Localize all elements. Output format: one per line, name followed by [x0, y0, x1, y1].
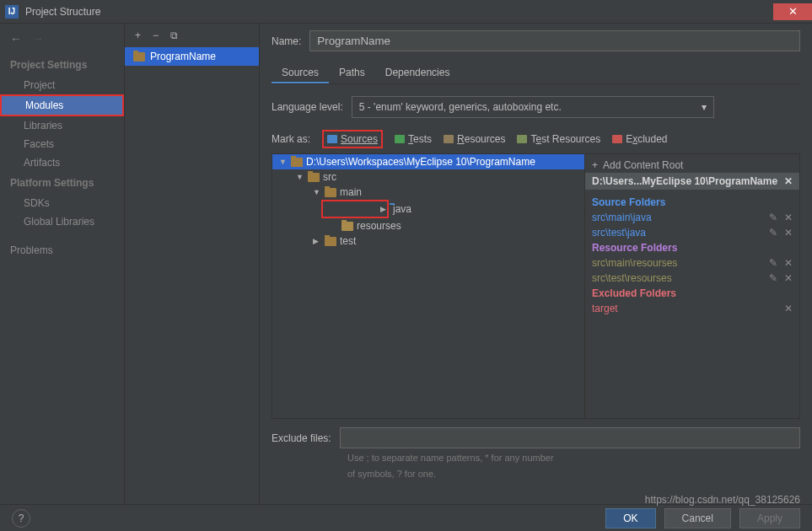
- content-roots-panel: + Add Content Root D:\Users...MyEclipse …: [584, 154, 799, 418]
- resource-folders-title: Resource Folders: [585, 240, 799, 255]
- settings-sidebar: ← → Project Settings Project Modules Lib…: [0, 24, 125, 504]
- copy-module-icon[interactable]: ⧉: [170, 30, 178, 41]
- edit-icon[interactable]: ✎: [769, 227, 777, 239]
- tree-root[interactable]: ▼ D:\Users\Workspaces\MyEclipse 10\Progr…: [272, 154, 584, 169]
- testres-swatch-icon: [517, 135, 527, 143]
- chevron-down-icon: ▾: [702, 101, 707, 113]
- name-input[interactable]: [309, 30, 800, 51]
- mark-as-row: Mark as: Sources Tests Resources Test Re…: [272, 130, 800, 148]
- tests-swatch-icon: [395, 135, 405, 143]
- edit-icon[interactable]: ✎: [769, 272, 777, 284]
- module-entry[interactable]: ProgramName: [125, 47, 259, 66]
- resource-folder-path: src\test\resourses: [592, 272, 672, 284]
- back-arrow-icon[interactable]: ←: [10, 32, 22, 46]
- source-folder-item[interactable]: src\main\java ✎✕: [585, 210, 799, 225]
- exclude-hint-2: of symbols, ? for one.: [272, 464, 800, 480]
- exclude-hint-1: Use ; to separate name patterns, * for a…: [272, 448, 800, 464]
- content-root-path-label: D:\Users...MyEclipse 10\ProgramName: [592, 175, 777, 187]
- remove-icon[interactable]: ✕: [784, 272, 793, 284]
- language-level-label: Language level:: [272, 101, 343, 113]
- content-tabs: Sources Paths Dependencies: [272, 63, 800, 84]
- add-module-icon[interactable]: +: [135, 30, 141, 41]
- mark-tests[interactable]: Tests: [395, 133, 432, 145]
- folder-icon: [325, 188, 336, 197]
- app-icon: IJ: [5, 5, 19, 19]
- mark-sources-label: Sources: [341, 133, 378, 145]
- name-label: Name:: [272, 35, 301, 47]
- remove-icon[interactable]: ✕: [784, 227, 793, 239]
- footer-buttons: OK Cancel Apply: [605, 508, 800, 528]
- tree-panel: ▼ D:\Users\Workspaces\MyEclipse 10\Progr…: [272, 153, 800, 419]
- remove-icon[interactable]: ✕: [784, 257, 793, 269]
- help-button[interactable]: ?: [12, 509, 30, 528]
- edit-icon[interactable]: ✎: [769, 212, 777, 223]
- close-button[interactable]: ✕: [773, 3, 812, 20]
- tab-sources[interactable]: Sources: [272, 63, 329, 83]
- tab-paths[interactable]: Paths: [329, 63, 375, 83]
- sidebar-item-sdks[interactable]: SDKs: [0, 194, 124, 212]
- tree-main[interactable]: ▼ main: [272, 185, 584, 200]
- source-folder-item[interactable]: src\test\java ✎✕: [585, 225, 799, 240]
- resource-folder-icon: [341, 222, 353, 231]
- expand-arrow-icon[interactable]: ▼: [313, 188, 321, 196]
- forward-arrow-icon[interactable]: →: [32, 32, 44, 46]
- mark-testres-label: Test Resources: [530, 133, 600, 145]
- tree-test[interactable]: ▶ test: [272, 233, 584, 249]
- module-list-panel: + − ⧉ ProgramName: [125, 24, 260, 504]
- mark-resources-label: Resources: [457, 133, 505, 145]
- expand-arrow-icon[interactable]: ▶: [380, 205, 386, 213]
- expand-arrow-icon[interactable]: ▼: [279, 158, 288, 166]
- language-level-select[interactable]: 5 - 'enum' keyword, generics, autoboxing…: [352, 96, 714, 118]
- tree-java[interactable]: ▶ java: [321, 200, 389, 218]
- excluded-folder-item[interactable]: target ✕: [585, 301, 799, 316]
- mark-excluded-label: Excluded: [626, 133, 667, 145]
- name-row: Name:: [272, 30, 800, 51]
- heading-project-settings: Project Settings: [0, 54, 124, 76]
- content-panel: Name: Sources Paths Dependencies Languag…: [260, 24, 812, 504]
- folder-icon: [291, 158, 303, 167]
- add-content-root-label: Add Content Root: [603, 159, 683, 171]
- exclude-files-input[interactable]: [340, 427, 800, 448]
- module-folder-icon: [133, 52, 145, 62]
- tab-dependencies[interactable]: Dependencies: [375, 63, 460, 83]
- mark-resources[interactable]: Resources: [444, 133, 505, 145]
- excluded-folder-path: target: [592, 303, 618, 314]
- expand-arrow-icon[interactable]: ▶: [313, 237, 321, 245]
- dialog-footer: ? OK Cancel Apply: [0, 504, 812, 531]
- tree-test-label: test: [340, 235, 356, 247]
- exclude-files-row: Exclude files:: [272, 427, 800, 448]
- sidebar-item-modules[interactable]: Modules: [0, 94, 124, 116]
- remove-module-icon[interactable]: −: [153, 30, 159, 41]
- language-level-row: Language level: 5 - 'enum' keyword, gene…: [272, 96, 800, 118]
- source-folders-title: Source Folders: [585, 195, 799, 210]
- add-content-root[interactable]: + Add Content Root: [585, 158, 799, 173]
- ok-button[interactable]: OK: [605, 508, 655, 528]
- remove-icon[interactable]: ✕: [784, 212, 793, 223]
- remove-icon[interactable]: ✕: [784, 303, 793, 314]
- apply-button[interactable]: Apply: [739, 508, 800, 528]
- mark-excluded[interactable]: Excluded: [612, 133, 667, 145]
- source-folder-path: src\main\java: [592, 212, 652, 223]
- expand-arrow-icon[interactable]: ▼: [296, 173, 304, 181]
- sidebar-item-facets[interactable]: Facets: [0, 135, 124, 153]
- cancel-button[interactable]: Cancel: [664, 508, 731, 528]
- sidebar-item-project[interactable]: Project: [0, 76, 124, 94]
- sidebar-item-libraries[interactable]: Libraries: [0, 116, 124, 135]
- sidebar-item-problems[interactable]: Problems: [0, 241, 124, 260]
- close-icon[interactable]: ✕: [784, 175, 793, 187]
- sidebar-item-global-libraries[interactable]: Global Libraries: [0, 212, 124, 231]
- language-level-value: 5 - 'enum' keyword, generics, autoboxing…: [359, 101, 562, 113]
- content-root-path[interactable]: D:\Users...MyEclipse 10\ProgramName ✕: [585, 173, 799, 190]
- resource-folder-item[interactable]: src\main\resourses ✎✕: [585, 255, 799, 271]
- tree-src[interactable]: ▼ src: [272, 169, 584, 185]
- tree-resourses[interactable]: resourses: [272, 218, 584, 233]
- tree-main-label: main: [340, 186, 362, 198]
- sidebar-item-artifacts[interactable]: Artifacts: [0, 153, 124, 172]
- resource-folder-item[interactable]: src\test\resourses ✎✕: [585, 271, 799, 286]
- mark-sources[interactable]: Sources: [322, 130, 383, 148]
- edit-icon[interactable]: ✎: [769, 257, 777, 269]
- mark-test-resources[interactable]: Test Resources: [517, 133, 600, 145]
- module-toolbar: + − ⧉: [125, 24, 259, 47]
- titlebar: IJ Project Structure ✕: [0, 0, 812, 24]
- tree-src-label: src: [323, 171, 336, 183]
